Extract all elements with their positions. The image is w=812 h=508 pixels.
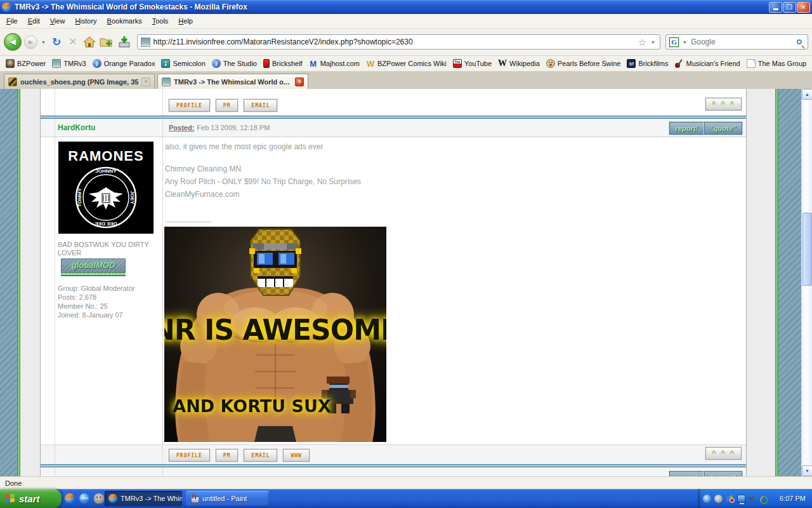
bookmark-bzpower[interactable]: BZPower [3,58,49,69]
scrollbar-thumb[interactable] [802,213,812,286]
stop-button[interactable]: ✕ [66,37,79,47]
post-line: CleanMyFurnace.com [165,188,740,201]
taskbar-item-firefox[interactable]: TMRv3 -> The Whims... [105,491,182,506]
forward-button[interactable]: ▶ [24,36,37,49]
email-button[interactable]: EMAIL [244,99,277,112]
windows-flag-icon [5,493,15,504]
window-title: TMRv3 -> The Whimsical World of Smokesta… [15,3,768,11]
menu-bookmarks[interactable]: Bookmarks [102,15,147,27]
engine-dropdown-icon[interactable]: ▼ [681,40,688,44]
tab-close-icon[interactable]: ✕ [295,77,304,86]
url-bar[interactable]: ☆ ▼ [137,34,660,50]
tab-bar: ouchies_shoes.png (PNG Image, 350x3... ✕… [0,72,812,89]
scroll-down-button[interactable]: ▼ [802,465,812,476]
bookmarks-overflow-chevron[interactable]: » [809,59,812,68]
post-body: RAMONES JOHNNY JOEY DEE DEE TOMMY BAD B [41,137,746,444]
url-input[interactable] [154,37,635,46]
bookmark-the-mas-group[interactable]: The Mas Group [743,58,809,69]
pm-button[interactable]: PM [216,99,239,112]
svg-text:JOEY: JOEY [129,190,135,204]
quote-button[interactable]: "quote" [704,471,742,476]
svg-text:TOMMY: TOMMY [77,188,82,207]
user-posts: Posts: 2,678 [58,293,135,302]
bookmark-semicolon[interactable]: Semicolon [158,58,208,69]
status-bar: Done [0,476,812,489]
bookmark-majhost[interactable]: Majhost.com [306,58,363,69]
system-tray: ‹ 6:07 PM [698,489,812,508]
email-button[interactable]: EMAIL [244,449,277,462]
profile-button[interactable]: PROFILE [169,449,210,462]
reload-button[interactable]: ↻ [49,37,63,48]
new-folder-button[interactable] [99,35,114,49]
report-button[interactable]: report! [669,122,704,135]
bookmark-orange-paradox[interactable]: Orange Paradox [89,58,159,69]
start-button[interactable]: start [0,489,62,508]
blue-app-quicklaunch-icon[interactable] [79,493,89,504]
quote-button[interactable]: "quote" [704,122,742,135]
firefox-quicklaunch-icon[interactable] [65,493,75,504]
bookmark-brickfilms[interactable]: Brickfilms [624,58,671,69]
back-to-top-button[interactable]: ^ ^ ^ [705,447,742,460]
signature-divider: -------------------- [165,217,211,225]
back-to-top-button[interactable]: ^ ^ ^ [705,98,742,110]
www-button[interactable]: WWW [283,449,309,462]
bookmark-bzpower-comics-wiki[interactable]: BZPower Comics Wiki [363,58,450,69]
bzpower-icon [6,59,15,68]
gimp-quicklaunch-icon[interactable] [94,493,104,504]
menu-help[interactable]: Help [173,15,198,27]
bookmark-wikipedia[interactable]: Wikipedia [495,58,543,69]
post-author-link[interactable]: HardKortu [58,123,95,132]
menu-tools[interactable]: Tools [147,15,174,27]
tab-ouchies-shoes[interactable]: ouchies_shoes.png (PNG Image, 350x3... ✕ [4,74,155,89]
bookmark-star-icon[interactable]: ☆ [638,37,646,47]
close-button[interactable]: ✕ [797,2,810,13]
history-dropdown-icon[interactable]: ▼ [40,40,47,44]
signature-image: NR IS AWESOME AND KORTU SUX [164,227,386,442]
tab-tmrv3-active[interactable]: TMRv3 -> The Whimsical World o... ✕ [157,74,308,89]
home-button[interactable] [82,35,96,49]
post-text: also, it gives me the most epic google a… [165,142,740,201]
vertical-scrollbar[interactable]: ▲ ▼ [801,89,812,476]
page-border-right [775,89,778,476]
bookmark-musicians-friend[interactable]: Musician's Friend [671,58,743,69]
bookmark-youtube[interactable]: YouTube [450,58,495,69]
brickfilms-icon [627,59,636,68]
bookmark-tmrv3[interactable]: TMRv3 [49,58,89,69]
bookmark-brickshelf[interactable]: Brickshelf [260,58,306,69]
restore-button[interactable]: ❐ [783,2,796,13]
minimize-button[interactable] [769,2,782,13]
info-icon [93,59,102,68]
report-button[interactable]: report! [669,471,704,476]
user-group: Group: Global Moderator [58,284,135,293]
tab-close-icon[interactable]: ✕ [141,77,150,86]
tray-collapse-chevron-icon[interactable]: ‹ [703,495,711,503]
svg-text:AND KORTU SUX: AND KORTU SUX [173,396,331,416]
pm-button[interactable]: PM [216,449,239,462]
post-line: Any Roof Pitch - ONLY $99! No Trip Charg… [165,175,740,188]
search-box[interactable]: G ▼ [665,34,808,50]
member-title: BAD BOSTWUK YOU DIRTY LOVER [58,241,166,257]
previous-post-footer: PROFILE PM EMAIL ^ ^ ^ [41,89,746,116]
menu-edit[interactable]: Edit [23,15,45,27]
google-engine-icon[interactable]: G [669,37,679,47]
search-input[interactable] [691,37,794,46]
back-button[interactable]: ◀ [4,33,22,51]
pig-icon [546,59,555,68]
search-magnifier-icon[interactable] [797,39,802,44]
url-dropdown-icon[interactable]: ▼ [650,40,657,44]
menu-view[interactable]: View [45,15,70,27]
taskbar-item-paint[interactable]: untitled - Paint [186,491,269,506]
bookmark-pearls-before-swine[interactable]: Pearls Before Swine [543,58,624,69]
volume-icon[interactable] [749,495,757,503]
download-button[interactable] [117,35,132,49]
messenger-status-icon[interactable] [714,495,723,503]
windows-update-icon[interactable] [760,495,768,503]
scroll-up-button[interactable]: ▲ [802,89,812,100]
contacts-offline-icon[interactable] [726,495,734,503]
menu-history[interactable]: History [70,15,102,27]
profile-button[interactable]: PROFILE [169,99,210,112]
svg-text:RAMONES: RAMONES [68,148,143,164]
menu-file[interactable]: File [1,15,23,27]
bookmark-the-studio[interactable]: The Studio [209,58,260,69]
network-activity-icon[interactable] [737,495,745,503]
